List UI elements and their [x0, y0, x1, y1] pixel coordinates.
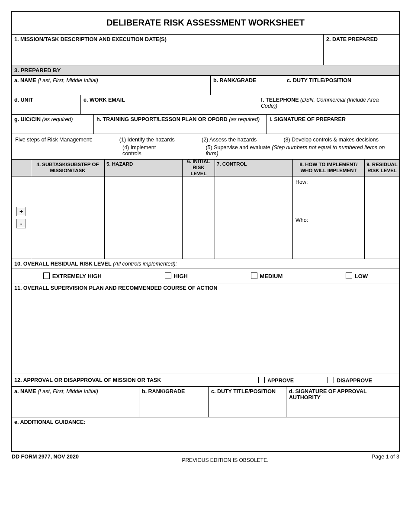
footer-form-id: DD FORM 2977, NOV 2020 — [12, 454, 79, 463]
section-12-header: 12. APPROVAL OR DISAPPROVAL OF MISSION O… — [12, 374, 399, 387]
step-5-text: (5) Supervise and evaluate — [206, 144, 272, 151]
label-3g: g. UIC/CIN — [14, 116, 41, 122]
label-3a-hint: (Last, First, Middle Initial) — [36, 77, 98, 83]
row-12abcd: a. NAME (Last, First, Middle Initial) b.… — [12, 387, 399, 417]
label-12c: c. DUTY TITLE/POSITION — [211, 388, 276, 394]
th-6a: 6. INITIAL — [187, 159, 210, 165]
field-3h-training[interactable]: h. TRAINING SUPPORT/LESSON PLAN OR OPORD… — [94, 115, 267, 134]
field-3b-rank[interactable]: b. RANK/GRADE — [211, 76, 284, 95]
th-6: 6. INITIAL RISK LEVEL — [183, 160, 215, 176]
step-5: (5) Supervise and evaluate (Step numbers… — [206, 144, 396, 157]
step-1: (1) Identify the hazards — [119, 137, 175, 143]
field-12b-rank[interactable]: b. RANK/GRADE — [139, 387, 209, 417]
risk-steps: Five steps of Risk Management: (1) Ident… — [12, 134, 399, 160]
field-3d-unit[interactable]: d. UNIT — [12, 95, 81, 114]
label-10-hint: (All controls implemented): — [112, 261, 177, 267]
label-3i: i. SIGNATURE OF PREPARER — [270, 116, 346, 122]
label-2: 2. DATE PREPARED — [326, 36, 378, 42]
label-3h: h. TRAINING SUPPORT/LESSON PLAN OR OPORD — [96, 116, 228, 122]
step-2: (2) Assess the hazards — [202, 137, 257, 143]
cell-residual-risk[interactable] — [365, 176, 399, 259]
form-container: DELIBERATE RISK ASSESSMENT WORKSHEET 1. … — [11, 11, 400, 452]
steps-intro: Five steps of Risk Management: — [15, 137, 93, 143]
how-block: How: — [295, 179, 362, 217]
cell-hazard[interactable] — [105, 176, 183, 259]
field-3a-name[interactable]: a. NAME (Last, First, Middle Initial) — [12, 76, 211, 95]
checkbox-icon[interactable] — [165, 272, 171, 279]
label-3h-hint: (as required) — [228, 116, 260, 122]
cell-pm: + - — [12, 176, 31, 259]
field-12c-duty[interactable]: c. DUTY TITLE/POSITION — [209, 387, 286, 417]
field-3g-uic[interactable]: g. UIC/CIN (as required) — [12, 115, 94, 134]
field-12e-guidance[interactable]: e. ADDITIONAL GUIDANCE: — [12, 417, 399, 451]
th-5: 5. HAZARD — [105, 160, 183, 176]
label-10: 10. OVERALL RESIDUAL RISK LEVEL — [14, 261, 112, 267]
opt-h-label: HIGH — [174, 273, 188, 279]
opt-eh-label: EXTREMELY HIGH — [52, 273, 102, 279]
label-how: How: — [295, 179, 308, 185]
checkbox-icon[interactable] — [251, 272, 257, 279]
field-mission-task[interactable]: 1. MISSION/TASK DESCRIPTION AND EXECUTIO… — [12, 35, 324, 65]
th-8a: 8. HOW TO IMPLEMENT/ — [300, 162, 358, 168]
risk-level-options: EXTREMELY HIGH HIGH MEDIUM LOW — [12, 269, 399, 283]
label-3g-hint: (as required) — [41, 116, 73, 122]
label-12e: e. ADDITIONAL GUIDANCE: — [14, 419, 86, 425]
label-12a-hint: (Last, First, Middle Initial) — [36, 388, 98, 394]
label-3b: b. RANK/GRADE — [213, 77, 256, 83]
opt-low[interactable]: LOW — [346, 272, 368, 279]
label-11: 11. OVERALL SUPERVISION PLAN AND RECOMME… — [12, 283, 399, 293]
checkbox-icon[interactable] — [258, 377, 265, 383]
th-9: 9. RESIDUAL RISK LEVEL — [365, 160, 399, 176]
th-4: 4. SUBTASK/SUBSTEP OF MISSION/TASK — [31, 160, 105, 176]
field-3e-email[interactable]: e. WORK EMAIL — [81, 95, 258, 114]
row-3ghi: g. UIC/CIN (as required) h. TRAINING SUP… — [12, 115, 399, 134]
remove-row-button[interactable]: - — [16, 219, 26, 228]
label-who: Who: — [295, 217, 308, 223]
label-3f: f. TELEPHONE — [261, 97, 299, 103]
th-9a: 9. RESIDUAL — [366, 162, 398, 168]
footer-obsolete: PREVIOUS EDITION IS OBSOLETE. — [182, 454, 268, 463]
section-10-header: 10. OVERALL RESIDUAL RISK LEVEL (All con… — [12, 259, 399, 269]
th-8: 8. HOW TO IMPLEMENT/ WHO WILL IMPLEMENT — [293, 160, 365, 176]
field-12d-signature[interactable]: d. SIGNATURE OF APPROVAL AUTHORITY — [286, 387, 399, 417]
field-3i-signature[interactable]: i. SIGNATURE OF PREPARER — [267, 115, 399, 134]
cell-initial-risk[interactable] — [183, 176, 215, 259]
th-4a: 4. SUBTASK/SUBSTEP OF — [37, 162, 99, 168]
hazard-table-header: 4. SUBTASK/SUBSTEP OF MISSION/TASK 5. HA… — [12, 160, 399, 176]
label-1: 1. MISSION/TASK DESCRIPTION AND EXECUTIO… — [14, 36, 167, 42]
row-mission-date: 1. MISSION/TASK DESCRIPTION AND EXECUTIO… — [12, 35, 399, 65]
field-date-prepared[interactable]: 2. DATE PREPARED — [324, 35, 399, 65]
step-4: (4) Implement controls — [122, 144, 175, 157]
add-row-button[interactable]: + — [16, 207, 26, 216]
label-12a: a. NAME — [14, 388, 36, 394]
opt-disapprove[interactable]: DISAPPROVE — [328, 377, 397, 384]
th-4b: MISSION/TASK — [50, 168, 85, 174]
th-6b: RISK LEVEL — [184, 165, 213, 177]
label-3d: d. UNIT — [14, 97, 33, 103]
field-12a-name[interactable]: a. NAME (Last, First, Middle Initial) — [12, 387, 139, 417]
opt-l-label: LOW — [355, 273, 368, 279]
row-3abc: a. NAME (Last, First, Middle Initial) b.… — [12, 76, 399, 95]
th-9b: RISK LEVEL — [367, 168, 397, 174]
hazard-table-row: + - How: Who: — [12, 176, 399, 259]
field-3f-telephone[interactable]: f. TELEPHONE (DSN, Commercial (Include A… — [258, 95, 399, 114]
section-11[interactable]: 11. OVERALL SUPERVISION PLAN AND RECOMME… — [12, 283, 399, 374]
label-3a: a. NAME — [14, 77, 36, 83]
checkbox-icon[interactable] — [43, 272, 50, 279]
checkbox-icon[interactable] — [346, 272, 352, 279]
footer-page: Page 1 of 3 — [372, 454, 399, 463]
step-3: (3) Develop controls & makes decisions — [283, 137, 379, 143]
form-title: DELIBERATE RISK ASSESSMENT WORKSHEET — [12, 12, 399, 35]
opt-extremely-high[interactable]: EXTREMELY HIGH — [43, 272, 102, 279]
checkbox-icon[interactable] — [328, 377, 334, 383]
opt-high[interactable]: HIGH — [165, 272, 188, 279]
opt-approve[interactable]: APPROVE — [258, 377, 328, 384]
cell-subtask[interactable] — [31, 176, 105, 259]
field-3c-duty[interactable]: c. DUTY TITLE/POSITION — [284, 76, 399, 95]
cell-implement[interactable]: How: Who: — [293, 176, 365, 259]
th-8b: WHO WILL IMPLEMENT — [300, 168, 356, 174]
cell-control[interactable] — [215, 176, 293, 259]
opt-medium[interactable]: MEDIUM — [251, 272, 283, 279]
disapprove-label: DISAPPROVE — [337, 378, 372, 384]
label-12b: b. RANK/GRADE — [142, 388, 185, 394]
